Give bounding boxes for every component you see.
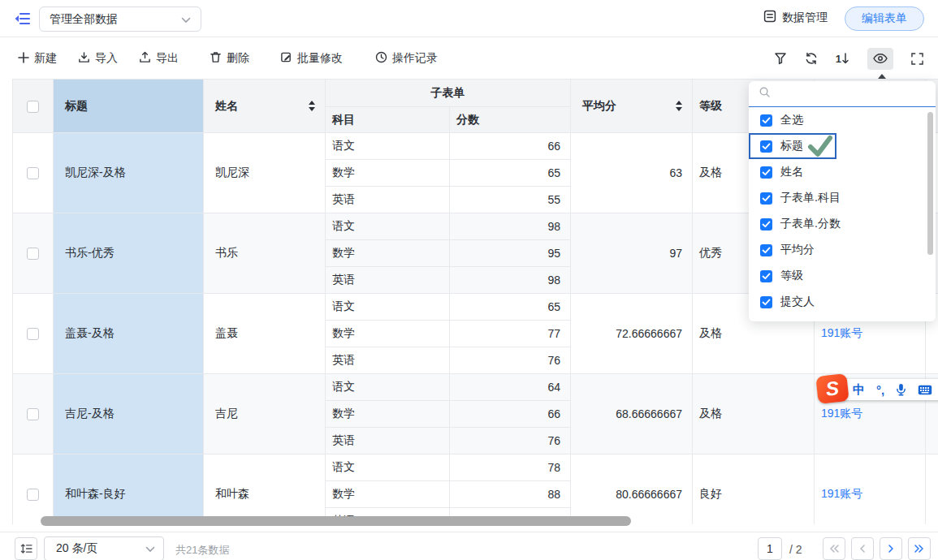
panel-item-grade[interactable]: 等级 xyxy=(749,263,936,289)
sort-toggle-icon[interactable] xyxy=(676,101,682,111)
cell-title[interactable]: 凯尼深-及格 xyxy=(54,133,204,213)
cell-average[interactable]: 97 xyxy=(571,213,693,294)
cell-grade[interactable]: 及格 xyxy=(693,374,815,454)
panel-item-select-all[interactable]: 全选 xyxy=(749,107,936,133)
checkbox-checked-icon[interactable] xyxy=(760,192,772,205)
panel-search[interactable] xyxy=(749,81,936,107)
column-header-score[interactable]: 分数 xyxy=(450,107,571,133)
cell-subject[interactable]: 数学 xyxy=(326,160,450,187)
cell-subject[interactable]: 数学 xyxy=(326,481,450,508)
row-height-button[interactable] xyxy=(15,537,37,560)
submitter-link[interactable]: 191账号 xyxy=(821,487,862,500)
cell-title[interactable]: 和叶森-良好 xyxy=(54,454,204,525)
next-page-button[interactable] xyxy=(880,537,902,560)
cell-subject[interactable]: 语文 xyxy=(326,133,450,160)
sort-icon[interactable]: 1 xyxy=(836,53,849,65)
row-checkbox[interactable] xyxy=(27,408,39,420)
data-manage-button[interactable]: 数据管理 xyxy=(763,10,828,25)
row-checkbox[interactable] xyxy=(27,489,39,501)
cell-score[interactable]: 76 xyxy=(450,347,571,374)
cell-name[interactable]: 和叶森 xyxy=(204,454,326,525)
cell-subject[interactable]: 数学 xyxy=(326,321,450,347)
cell-score[interactable]: 77 xyxy=(450,321,571,347)
row-checkbox[interactable] xyxy=(27,167,39,179)
row-checkbox[interactable] xyxy=(27,248,39,260)
horizontal-scrollbar[interactable] xyxy=(41,516,631,526)
cell-average[interactable]: 72.66666667 xyxy=(571,294,693,374)
cell-score[interactable]: 66 xyxy=(450,133,571,160)
ime-language-mode-icon[interactable]: 中 xyxy=(853,382,865,398)
sogou-logo-icon[interactable]: S xyxy=(815,373,849,404)
column-header-name[interactable]: 姓名 xyxy=(204,80,326,133)
select-all-checkbox[interactable] xyxy=(27,101,39,113)
cell-subject[interactable]: 英语 xyxy=(326,267,450,294)
fullscreen-icon[interactable] xyxy=(911,53,923,65)
cell-name[interactable]: 吉尼 xyxy=(204,374,326,454)
cell-score[interactable]: 64 xyxy=(450,374,571,401)
page-size-select[interactable]: 20 条/页 xyxy=(44,536,164,560)
sort-toggle-icon[interactable] xyxy=(309,101,315,111)
cell-subject[interactable]: 语文 xyxy=(326,454,450,481)
cell-average[interactable]: 68.66666667 xyxy=(571,374,693,454)
cell-average[interactable]: 63 xyxy=(571,133,693,213)
cell-score[interactable]: 88 xyxy=(450,481,571,508)
cell-score[interactable]: 98 xyxy=(450,213,571,240)
panel-item-submitter[interactable]: 提交人 xyxy=(749,289,936,315)
submitter-link[interactable]: 191账号 xyxy=(821,326,862,339)
import-button[interactable]: 导入 xyxy=(78,51,118,66)
checkbox-checked-icon[interactable] xyxy=(760,140,772,153)
first-page-button[interactable] xyxy=(823,537,845,560)
column-header-title[interactable]: 标题 xyxy=(54,80,204,133)
cell-name[interactable]: 书乐 xyxy=(204,213,326,294)
collapse-sidebar-icon[interactable] xyxy=(15,12,31,25)
cell-subject[interactable]: 英语 xyxy=(326,187,450,213)
panel-item-average[interactable]: 平均分 xyxy=(749,237,936,263)
cell-subject[interactable]: 英语 xyxy=(326,428,450,454)
export-button[interactable]: 导出 xyxy=(139,51,179,66)
column-header-average[interactable]: 平均分 xyxy=(571,80,693,133)
operation-log-button[interactable]: 操作记录 xyxy=(375,51,438,66)
checkbox-checked-icon[interactable] xyxy=(760,296,772,308)
cell-title[interactable]: 盖聂-及格 xyxy=(54,294,204,374)
cell-score[interactable]: 95 xyxy=(450,240,571,267)
cell-name[interactable]: 盖聂 xyxy=(204,294,326,374)
cell-score[interactable]: 66 xyxy=(450,401,571,428)
cell-name[interactable]: 凯尼深 xyxy=(204,133,326,213)
refresh-icon[interactable] xyxy=(805,52,818,65)
panel-item-subform-score[interactable]: 子表单.分数 xyxy=(749,211,936,237)
checkbox-checked-icon[interactable] xyxy=(760,244,772,256)
microphone-icon[interactable] xyxy=(896,383,906,396)
cell-subject[interactable]: 数学 xyxy=(326,240,450,267)
row-checkbox[interactable] xyxy=(27,328,39,340)
ime-punctuation-icon[interactable]: °, xyxy=(876,383,884,397)
last-page-button[interactable] xyxy=(908,537,931,560)
cell-score[interactable]: 65 xyxy=(450,294,571,321)
column-search-input[interactable] xyxy=(777,88,907,100)
cell-subject[interactable]: 语文 xyxy=(326,374,450,401)
submitter-link[interactable]: 191账号 xyxy=(821,407,862,420)
checkbox-checked-icon[interactable] xyxy=(760,218,772,230)
cell-title[interactable]: 书乐-优秀 xyxy=(54,213,204,294)
checkbox-checked-icon[interactable] xyxy=(760,166,772,179)
edit-form-button[interactable]: 编辑表单 xyxy=(845,6,924,31)
keyboard-icon[interactable] xyxy=(918,385,932,395)
cell-title[interactable]: 吉尼-及格 xyxy=(54,374,204,454)
cell-subject[interactable]: 数学 xyxy=(326,401,450,428)
checkbox-checked-icon[interactable] xyxy=(760,114,772,127)
cell-score[interactable]: 98 xyxy=(450,267,571,294)
cell-subject[interactable]: 语文 xyxy=(326,213,450,240)
panel-item-subform-subject[interactable]: 子表单.科目 xyxy=(749,185,936,211)
previous-page-button[interactable] xyxy=(851,537,874,560)
cell-score[interactable]: 65 xyxy=(450,160,571,187)
delete-button[interactable]: 删除 xyxy=(210,51,249,66)
panel-scrollbar[interactable] xyxy=(927,112,933,255)
panel-item-title[interactable]: 标题 xyxy=(749,133,936,159)
column-visibility-eye-icon[interactable] xyxy=(867,48,893,70)
column-header-subject[interactable]: 科目 xyxy=(326,107,450,133)
new-record-button[interactable]: 新建 xyxy=(18,51,57,66)
cell-grade[interactable]: 良好 xyxy=(693,454,815,525)
data-view-select[interactable]: 管理全部数据 xyxy=(39,6,201,32)
checkbox-checked-icon[interactable] xyxy=(760,270,772,282)
panel-item-name[interactable]: 姓名 xyxy=(749,159,936,185)
cell-score[interactable]: 76 xyxy=(450,428,571,454)
